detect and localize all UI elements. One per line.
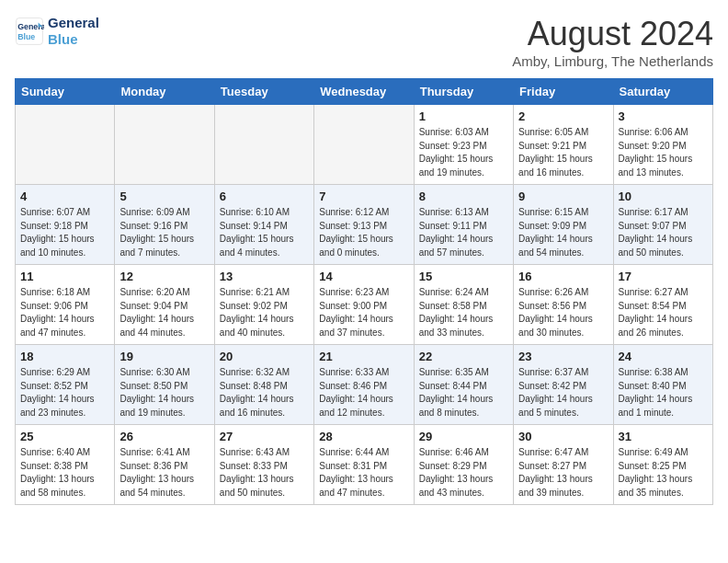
day-info: Sunrise: 6:03 AMSunset: 9:23 PMDaylight:… [419, 126, 508, 179]
day-number: 1 [419, 109, 508, 123]
day-number: 2 [518, 109, 608, 123]
day-info: Sunrise: 6:49 AMSunset: 8:25 PMDaylight:… [619, 446, 708, 500]
calendar-cell [314, 105, 414, 185]
weekday-header-thursday: Thursday [414, 79, 513, 105]
calendar-cell: 11Sunrise: 6:18 AMSunset: 9:06 PMDayligh… [16, 265, 115, 345]
day-number: 23 [518, 350, 608, 363]
day-number: 27 [220, 430, 309, 443]
calendar-cell: 7Sunrise: 6:12 AMSunset: 9:13 PMDaylight… [314, 185, 414, 265]
day-info: Sunrise: 6:05 AMSunset: 9:21 PMDaylight:… [518, 126, 608, 179]
calendar-cell [115, 105, 214, 185]
title-block: August 2024 Amby, Limburg, The Netherlan… [512, 15, 713, 69]
weekday-header-tuesday: Tuesday [214, 79, 313, 105]
day-info: Sunrise: 6:26 AMSunset: 8:56 PMDaylight:… [518, 286, 608, 339]
weekday-header-sunday: Sunday [16, 79, 115, 105]
calendar-cell: 4Sunrise: 6:07 AMSunset: 9:18 PMDaylight… [16, 185, 115, 265]
svg-text:General: General [17, 22, 44, 31]
calendar-cell: 31Sunrise: 6:49 AMSunset: 8:25 PMDayligh… [613, 425, 712, 505]
weekday-header-saturday: Saturday [613, 79, 712, 105]
day-info: Sunrise: 6:29 AMSunset: 8:52 PMDaylight:… [20, 366, 109, 419]
calendar-cell [16, 105, 115, 185]
calendar-cell [214, 105, 313, 185]
day-number: 26 [119, 430, 209, 443]
calendar-cell: 16Sunrise: 6:26 AMSunset: 8:56 PMDayligh… [514, 265, 613, 345]
day-info: Sunrise: 6:27 AMSunset: 8:54 PMDaylight:… [619, 286, 708, 339]
calendar-cell: 28Sunrise: 6:44 AMSunset: 8:31 PMDayligh… [314, 425, 414, 505]
calendar-cell: 26Sunrise: 6:41 AMSunset: 8:36 PMDayligh… [115, 425, 214, 505]
day-info: Sunrise: 6:44 AMSunset: 8:31 PMDaylight:… [319, 446, 408, 500]
calendar-cell: 21Sunrise: 6:33 AMSunset: 8:46 PMDayligh… [314, 345, 414, 425]
day-number: 13 [220, 270, 309, 283]
calendar-cell: 14Sunrise: 6:23 AMSunset: 9:00 PMDayligh… [314, 265, 414, 345]
day-number: 6 [220, 190, 309, 203]
day-number: 3 [619, 109, 708, 123]
day-info: Sunrise: 6:24 AMSunset: 8:58 PMDaylight:… [419, 286, 508, 339]
calendar-cell: 22Sunrise: 6:35 AMSunset: 8:44 PMDayligh… [414, 345, 513, 425]
day-number: 21 [319, 350, 408, 363]
calendar-cell: 20Sunrise: 6:32 AMSunset: 8:48 PMDayligh… [214, 345, 313, 425]
weekday-header-wednesday: Wednesday [314, 79, 414, 105]
month-year-title: August 2024 [512, 15, 713, 53]
day-number: 10 [619, 190, 708, 203]
calendar-cell: 27Sunrise: 6:43 AMSunset: 8:33 PMDayligh… [214, 425, 313, 505]
calendar-cell: 19Sunrise: 6:30 AMSunset: 8:50 PMDayligh… [115, 345, 214, 425]
day-number: 25 [20, 430, 109, 443]
calendar-week-row: 1Sunrise: 6:03 AMSunset: 9:23 PMDaylight… [16, 105, 713, 185]
logo-text: General Blue [48, 15, 99, 48]
day-info: Sunrise: 6:12 AMSunset: 9:13 PMDaylight:… [319, 206, 408, 259]
calendar-cell: 15Sunrise: 6:24 AMSunset: 8:58 PMDayligh… [414, 265, 513, 345]
day-info: Sunrise: 6:30 AMSunset: 8:50 PMDaylight:… [119, 366, 209, 419]
day-info: Sunrise: 6:41 AMSunset: 8:36 PMDaylight:… [119, 446, 209, 500]
day-info: Sunrise: 6:38 AMSunset: 8:40 PMDaylight:… [619, 366, 708, 419]
logo: General Blue General Blue [15, 15, 99, 48]
header-row: SundayMondayTuesdayWednesdayThursdayFrid… [16, 79, 713, 105]
day-info: Sunrise: 6:20 AMSunset: 9:04 PMDaylight:… [119, 286, 209, 339]
day-number: 22 [419, 350, 508, 363]
day-info: Sunrise: 6:46 AMSunset: 8:29 PMDaylight:… [419, 446, 508, 500]
calendar-cell: 25Sunrise: 6:40 AMSunset: 8:38 PMDayligh… [16, 425, 115, 505]
calendar-week-row: 4Sunrise: 6:07 AMSunset: 9:18 PMDaylight… [16, 185, 713, 265]
day-number: 30 [518, 430, 608, 443]
calendar-cell: 13Sunrise: 6:21 AMSunset: 9:02 PMDayligh… [214, 265, 313, 345]
calendar-cell: 9Sunrise: 6:15 AMSunset: 9:09 PMDaylight… [514, 185, 613, 265]
day-number: 5 [119, 190, 209, 203]
day-info: Sunrise: 6:33 AMSunset: 8:46 PMDaylight:… [319, 366, 408, 419]
day-number: 17 [619, 270, 708, 283]
calendar-week-row: 11Sunrise: 6:18 AMSunset: 9:06 PMDayligh… [16, 265, 713, 345]
calendar-cell: 17Sunrise: 6:27 AMSunset: 8:54 PMDayligh… [613, 265, 712, 345]
day-number: 20 [220, 350, 309, 363]
day-number: 29 [419, 430, 508, 443]
calendar-table: SundayMondayTuesdayWednesdayThursdayFrid… [15, 78, 713, 505]
weekday-header-friday: Friday [514, 79, 613, 105]
calendar-cell: 1Sunrise: 6:03 AMSunset: 9:23 PMDaylight… [414, 105, 513, 185]
day-info: Sunrise: 6:37 AMSunset: 8:42 PMDaylight:… [518, 366, 608, 419]
calendar-cell: 2Sunrise: 6:05 AMSunset: 9:21 PMDaylight… [514, 105, 613, 185]
day-info: Sunrise: 6:17 AMSunset: 9:07 PMDaylight:… [619, 206, 708, 259]
svg-text:Blue: Blue [17, 32, 35, 41]
calendar-cell: 23Sunrise: 6:37 AMSunset: 8:42 PMDayligh… [514, 345, 613, 425]
day-number: 24 [619, 350, 708, 363]
day-info: Sunrise: 6:21 AMSunset: 9:02 PMDaylight:… [220, 286, 309, 339]
calendar-cell: 6Sunrise: 6:10 AMSunset: 9:14 PMDaylight… [214, 185, 313, 265]
day-number: 18 [20, 350, 109, 363]
logo-icon: General Blue [15, 17, 44, 46]
calendar-week-row: 18Sunrise: 6:29 AMSunset: 8:52 PMDayligh… [16, 345, 713, 425]
day-number: 9 [518, 190, 608, 203]
day-number: 4 [20, 190, 109, 203]
day-number: 7 [319, 190, 408, 203]
calendar-cell: 8Sunrise: 6:13 AMSunset: 9:11 PMDaylight… [414, 185, 513, 265]
day-info: Sunrise: 6:07 AMSunset: 9:18 PMDaylight:… [20, 206, 109, 259]
day-info: Sunrise: 6:40 AMSunset: 8:38 PMDaylight:… [20, 446, 109, 500]
day-info: Sunrise: 6:06 AMSunset: 9:20 PMDaylight:… [619, 126, 708, 179]
page-header: General Blue General Blue August 2024 Am… [15, 15, 713, 69]
calendar-cell: 29Sunrise: 6:46 AMSunset: 8:29 PMDayligh… [414, 425, 513, 505]
day-info: Sunrise: 6:18 AMSunset: 9:06 PMDaylight:… [20, 286, 109, 339]
calendar-cell: 3Sunrise: 6:06 AMSunset: 9:20 PMDaylight… [613, 105, 712, 185]
calendar-cell: 30Sunrise: 6:47 AMSunset: 8:27 PMDayligh… [514, 425, 613, 505]
day-info: Sunrise: 6:43 AMSunset: 8:33 PMDaylight:… [220, 446, 309, 500]
day-number: 11 [20, 270, 109, 283]
day-number: 12 [119, 270, 209, 283]
calendar-week-row: 25Sunrise: 6:40 AMSunset: 8:38 PMDayligh… [16, 425, 713, 505]
weekday-header-monday: Monday [115, 79, 214, 105]
day-number: 8 [419, 190, 508, 203]
